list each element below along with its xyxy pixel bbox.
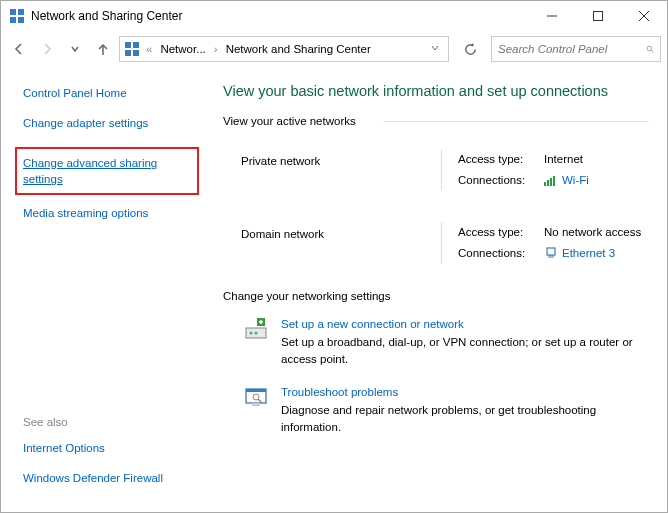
connection-link[interactable]: Ethernet 3 (544, 243, 615, 264)
sidebar-firewall[interactable]: Windows Defender Firewall (23, 470, 203, 486)
svg-rect-5 (594, 12, 603, 21)
sidebar-media-streaming[interactable]: Media streaming options (23, 205, 203, 221)
access-type-value: Internet (544, 149, 583, 170)
recent-dropdown[interactable] (63, 37, 87, 61)
refresh-button[interactable] (457, 36, 483, 62)
search-box[interactable] (491, 36, 661, 62)
connection-name: Ethernet 3 (562, 243, 615, 264)
active-networks-title: View your active networks (223, 115, 649, 127)
troubleshoot-link[interactable]: Troubleshoot problems (281, 384, 649, 401)
wifi-icon (544, 173, 558, 187)
address-bar: « Networ... › Network and Sharing Center (1, 31, 667, 67)
svg-rect-16 (547, 180, 549, 186)
breadcrumb[interactable]: « Networ... › Network and Sharing Center (119, 36, 449, 62)
breadcrumb-icon (124, 41, 140, 57)
change-settings-section: Change your networking settings Set up a… (223, 290, 649, 448)
troubleshoot-icon (243, 384, 271, 412)
svg-rect-12 (133, 50, 139, 56)
svg-rect-19 (547, 248, 555, 255)
see-also-label: See also (23, 416, 203, 428)
access-type-label: Access type: (458, 222, 544, 243)
change-settings-title: Change your networking settings (223, 290, 649, 302)
close-button[interactable] (621, 1, 667, 31)
svg-point-25 (255, 331, 258, 334)
svg-rect-0 (10, 9, 16, 15)
window-title: Network and Sharing Center (31, 9, 529, 23)
svg-rect-1 (18, 9, 24, 15)
up-button[interactable] (91, 37, 115, 61)
app-icon (9, 8, 25, 24)
setup-connection-desc: Set up a broadband, dial-up, or VPN conn… (281, 334, 649, 367)
main-content: View your basic network information and … (211, 67, 667, 512)
sidebar: Control Panel Home Change adapter settin… (1, 67, 211, 512)
svg-rect-10 (133, 42, 139, 48)
maximize-button[interactable] (575, 1, 621, 31)
ethernet-icon (544, 246, 558, 260)
access-type-value: No network access (544, 222, 641, 243)
connections-label: Connections: (458, 243, 544, 264)
sidebar-adapter-settings[interactable]: Change adapter settings (23, 115, 203, 131)
network-row: Private network Access type: Internet Co… (223, 131, 649, 204)
troubleshoot-desc: Diagnose and repair network problems, or… (281, 402, 649, 435)
svg-rect-17 (550, 178, 552, 186)
forward-button[interactable] (35, 37, 59, 61)
svg-rect-11 (125, 50, 131, 56)
sidebar-home[interactable]: Control Panel Home (23, 85, 203, 101)
svg-point-24 (250, 331, 253, 334)
svg-line-14 (651, 50, 653, 52)
back-button[interactable] (7, 37, 31, 61)
setup-connection-icon (243, 316, 271, 344)
title-bar: Network and Sharing Center (1, 1, 667, 31)
access-type-label: Access type: (458, 149, 544, 170)
network-name: Domain network (241, 222, 441, 240)
breadcrumb-segment-1[interactable]: Networ... (156, 41, 209, 57)
svg-point-13 (647, 46, 652, 51)
network-row: Domain network Access type: No network a… (223, 204, 649, 277)
connection-link[interactable]: Wi-Fi (544, 170, 589, 191)
chevron-icon[interactable]: « (144, 43, 154, 55)
page-heading: View your basic network information and … (223, 83, 649, 99)
svg-rect-18 (553, 176, 555, 186)
minimize-button[interactable] (529, 1, 575, 31)
svg-rect-31 (252, 403, 260, 406)
network-info: Access type: Internet Connections: Wi-Fi (441, 149, 649, 190)
search-input[interactable] (498, 43, 646, 55)
search-icon[interactable] (646, 42, 654, 56)
svg-rect-3 (18, 17, 24, 23)
setup-connection-item: Set up a new connection or network Set u… (223, 312, 649, 380)
connections-label: Connections: (458, 170, 544, 191)
setup-connection-link[interactable]: Set up a new connection or network (281, 316, 649, 333)
sidebar-internet-options[interactable]: Internet Options (23, 440, 203, 456)
chevron-right-icon[interactable]: › (212, 43, 220, 55)
network-info: Access type: No network access Connectio… (441, 222, 649, 263)
svg-rect-15 (544, 182, 546, 186)
breadcrumb-dropdown[interactable] (430, 43, 444, 55)
breadcrumb-segment-2[interactable]: Network and Sharing Center (222, 41, 375, 57)
highlight-box: Change advanced sharing settings (15, 147, 199, 195)
network-name: Private network (241, 149, 441, 167)
connection-name: Wi-Fi (562, 170, 589, 191)
svg-rect-9 (125, 42, 131, 48)
svg-rect-30 (246, 389, 266, 392)
troubleshoot-item: Troubleshoot problems Diagnose and repai… (223, 380, 649, 448)
svg-rect-2 (10, 17, 16, 23)
sidebar-advanced-sharing[interactable]: Change advanced sharing settings (23, 155, 191, 187)
